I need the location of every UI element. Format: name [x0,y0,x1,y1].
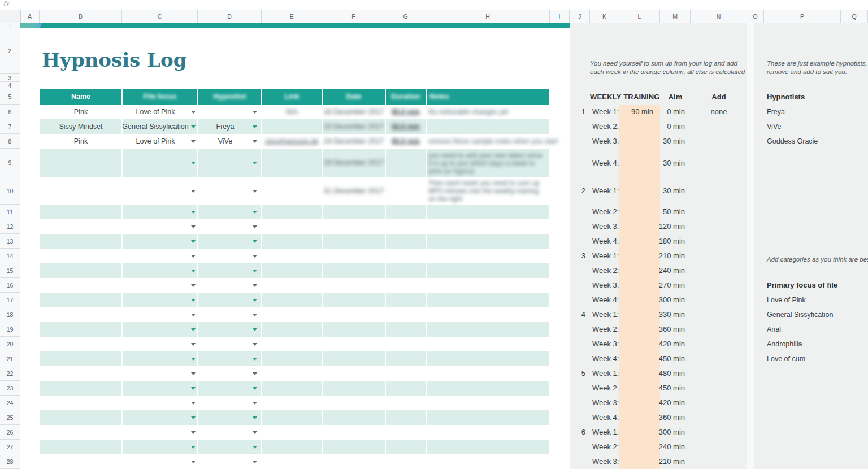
row-header-16[interactable]: 16 [0,278,20,293]
hypnotists-header[interactable]: Hypnotists [767,89,805,105]
dropdown-arrow-icon[interactable] [191,461,196,463]
column-header-l[interactable]: L [619,10,660,23]
dropdown-arrow-icon[interactable] [191,343,196,346]
cell-duration[interactable]: 50.0 min [385,119,426,134]
cell-name[interactable]: Sissy Mindset [40,119,122,134]
weekly-week-label[interactable]: Week 3: [592,337,619,351]
dropdown-arrow-icon[interactable] [253,343,257,346]
column-header-o[interactable]: O [747,10,764,23]
dropdown-arrow-icon[interactable] [191,431,196,434]
hypnotist-list-item[interactable]: Goddess Gracie [767,134,818,149]
row-header-28[interactable]: 28 [0,454,20,469]
weekly-week-label[interactable]: Week 2: [592,322,619,337]
row-header-9[interactable]: 9 [0,149,20,177]
cell-file-focus[interactable]: Love of Pink [122,134,189,149]
cell-notes[interactable]: No noticeable changes yet [428,105,508,119]
dropdown-arrow-icon[interactable] [253,111,257,114]
dropdown-arrow-icon[interactable] [253,211,257,214]
row-header-14[interactable]: 14 [0,249,20,263]
row-header-7[interactable]: 7 [0,119,20,134]
select-all-corner[interactable] [0,10,21,23]
dropdown-arrow-icon[interactable] [191,358,196,361]
dropdown-arrow-icon[interactable] [191,225,196,228]
categories-instruction-note[interactable]: Add categories as you think are best [767,255,868,264]
column-header-g[interactable]: G [385,10,426,23]
weekly-week-label[interactable]: Week 2: [592,263,619,278]
row-header-27[interactable]: 27 [0,440,20,454]
dropdown-arrow-icon[interactable] [253,387,257,390]
column-header-p[interactable]: P [764,10,841,23]
cell-notes[interactable]: you need to add your own dates since it … [428,149,547,177]
column-header-e[interactable]: E [262,10,322,23]
dropdown-arrow-icon[interactable] [191,372,196,375]
weekly-week-label[interactable]: Week 3: [592,278,619,293]
weekly-aim-value[interactable]: 420 min [649,337,685,351]
dropdown-arrow-icon[interactable] [191,211,196,214]
row-header-8[interactable]: 8 [0,134,20,149]
weekly-logged-value[interactable]: 90 min [619,105,653,119]
column-header-b[interactable]: B [40,10,122,23]
weekly-week-label[interactable]: Week 2: [592,381,619,396]
hypnotist-list-item[interactable]: ViVe [767,119,782,134]
weekly-add-value[interactable]: none [691,105,747,119]
row-header-19[interactable]: 19 [0,322,20,337]
column-header-q[interactable]: Q [841,10,868,23]
dropdown-arrow-icon[interactable] [253,431,257,434]
column-header-k[interactable]: K [590,10,619,23]
weekly-week-label[interactable]: Week 3: [592,219,619,234]
merged-title-bar[interactable] [20,23,570,28]
weekly-week-label[interactable]: Week 4: [592,293,619,307]
row-header-18[interactable]: 18 [0,307,20,322]
row-header-12[interactable]: 12 [0,219,20,234]
dropdown-arrow-icon[interactable] [253,461,257,463]
column-header-m[interactable]: M [660,10,691,23]
weekly-aim-value[interactable]: 30 min [649,177,685,205]
dropdown-arrow-icon[interactable] [191,446,196,449]
column-header-a[interactable]: A [20,10,40,23]
dropdown-arrow-icon[interactable] [191,125,196,128]
weekly-aim-value[interactable]: 330 min [649,307,685,322]
weekly-aim-value[interactable]: 240 min [649,263,685,278]
dropdown-arrow-icon[interactable] [191,255,196,258]
weekly-week-label[interactable]: Week 3: [592,396,619,410]
row-header-25[interactable]: 25 [0,410,20,425]
cell-file-focus[interactable]: General Sissyfication [122,119,189,134]
weekly-aim-value[interactable]: 30 min [649,149,685,177]
hypnotist-list-item[interactable]: Freya [767,105,785,119]
weekly-aim-value[interactable]: 120 min [649,219,685,234]
dropdown-arrow-icon[interactable] [191,190,196,193]
dropdown-arrow-icon[interactable] [191,299,196,302]
weekly-week-label[interactable]: Week 2: [592,440,619,454]
row-header-4[interactable]: 4 [0,82,20,89]
dropdown-arrow-icon[interactable] [191,270,196,272]
cell-file-focus[interactable]: Love of Pink [122,105,189,119]
row-header-1[interactable]: · [0,23,20,28]
selection-handle[interactable] [37,23,41,27]
weekly-week-label[interactable]: Week 4: [592,149,619,177]
weekly-aim-value[interactable]: 180 min [649,234,685,249]
cell-duration[interactable]: 90.0 min [385,105,426,119]
weekly-aim-value[interactable]: 0 min [649,119,685,134]
cell-name[interactable]: Pink [40,105,122,119]
focus-category-item[interactable]: Androphilia [767,337,802,351]
column-header-c[interactable]: C [122,10,198,23]
weekly-aim-value[interactable]: 300 min [649,293,685,307]
dropdown-arrow-icon[interactable] [253,140,257,143]
dropdown-arrow-icon[interactable] [191,162,196,164]
weekly-aim-value[interactable]: 360 min [649,410,685,425]
column-header-f[interactable]: F [322,10,385,23]
dropdown-arrow-icon[interactable] [191,111,196,114]
cell-date[interactable]: 18 December 2017 [322,105,385,119]
dropdown-arrow-icon[interactable] [253,255,257,258]
column-header-i[interactable]: I [550,10,570,23]
weekly-week-label[interactable]: Week 1: [592,177,619,205]
weekly-week-label[interactable]: Week 4: [592,234,619,249]
weekly-aim-value[interactable]: 270 min [649,278,685,293]
weekly-week-label[interactable]: Week 3: [592,134,619,149]
weekly-week-label[interactable]: Week 3: [592,454,619,469]
row-header-11[interactable]: 11 [0,205,20,219]
row-header-20[interactable]: 20 [0,337,20,351]
row-header-2[interactable]: 2 [0,28,20,74]
weekly-week-label[interactable]: Week 1: [592,366,619,381]
add-header[interactable]: Add [691,89,747,105]
